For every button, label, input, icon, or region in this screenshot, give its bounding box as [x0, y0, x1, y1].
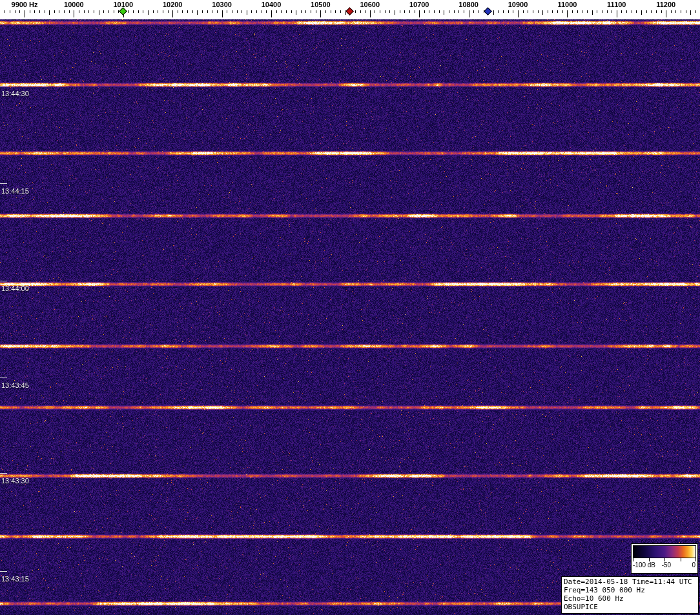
freq-tick-mark: [612, 10, 612, 13]
freq-tick-mark: [296, 10, 296, 15]
freq-tick-mark: [360, 10, 361, 13]
freq-tick-mark: [340, 10, 341, 13]
freq-tick-mark: [84, 10, 85, 13]
freq-tick-mark: [409, 10, 410, 13]
freq-tick-mark: [434, 10, 435, 13]
freq-tick-mark: [479, 10, 479, 13]
freq-tick-label: 10900: [508, 1, 528, 8]
colorbar-gradient: [633, 545, 696, 558]
freq-tick-mark: [454, 10, 455, 13]
freq-tick-mark: [592, 10, 593, 15]
freq-tick-mark: [320, 10, 321, 17]
freq-tick-mark: [133, 10, 134, 13]
freq-tick-mark: [178, 10, 178, 13]
freq-tick-mark: [464, 10, 464, 13]
freq-tick-mark: [661, 10, 662, 13]
freq-tick-label: 10800: [458, 1, 479, 8]
freq-tick-mark: [25, 10, 25, 17]
freq-tick-mark: [538, 10, 539, 13]
freq-tick-mark: [582, 10, 582, 13]
freq-tick-mark: [163, 10, 163, 13]
freq-tick-mark: [271, 10, 272, 17]
freq-tick-label: 10000: [64, 1, 84, 8]
freq-tick-mark: [39, 10, 40, 13]
freq-tick-mark: [498, 10, 499, 13]
marker-diamond-blue[interactable]: [484, 7, 492, 15]
freq-tick-mark: [10, 10, 10, 13]
info-echo-line: Echo=10 600 Hz: [564, 594, 696, 603]
freq-tick-mark: [143, 10, 143, 13]
freq-tick-mark: [262, 10, 262, 13]
freq-tick-mark: [493, 10, 494, 15]
colorbar-labels: -100 dB -50 0: [633, 561, 696, 570]
freq-tick-mark: [15, 10, 15, 13]
freq-tick-mark: [675, 10, 676, 13]
freq-tick-mark: [148, 10, 149, 15]
freq-tick-mark: [59, 10, 59, 13]
freq-tick-mark: [108, 10, 109, 13]
freq-tick-mark: [276, 10, 277, 13]
freq-tick-mark: [621, 10, 622, 13]
freq-tick-mark: [626, 10, 627, 13]
freq-tick-label: 10700: [409, 1, 429, 8]
freq-tick-mark: [365, 10, 365, 13]
freq-tick-mark: [424, 10, 425, 13]
freq-tick-mark: [439, 10, 440, 13]
freq-tick-mark: [380, 10, 380, 13]
freq-tick-label: 11100: [607, 1, 626, 8]
freq-tick-mark: [247, 10, 247, 15]
freq-tick-mark: [469, 10, 469, 17]
freq-tick-mark: [415, 10, 415, 13]
freq-tick-mark: [686, 10, 686, 13]
freq-tick-mark: [232, 10, 232, 13]
freq-tick-mark: [666, 10, 666, 17]
freq-tick-mark: [602, 10, 602, 13]
freq-tick-mark: [202, 10, 203, 13]
freq-tick-mark: [99, 10, 99, 15]
freq-tick-mark: [395, 10, 395, 15]
freq-tick-mark: [311, 10, 311, 13]
freq-tick-mark: [331, 10, 331, 13]
freq-tick-mark: [646, 10, 647, 13]
frequency-axis: 9900 Hz100001010010200103001040010500106…: [0, 0, 700, 19]
colorbar-mid-label: -50: [662, 561, 671, 569]
freq-tick-mark: [172, 10, 173, 17]
freq-tick-mark: [69, 10, 70, 13]
spectrogram-waterfall[interactable]: [0, 19, 700, 615]
freq-tick-mark: [207, 10, 208, 13]
freq-tick-mark: [641, 10, 642, 15]
freq-tick-mark: [542, 10, 543, 15]
marker-diamond-green[interactable]: [119, 7, 127, 15]
freq-tick-mark: [301, 10, 302, 13]
freq-tick-mark: [256, 10, 257, 13]
freq-tick-mark: [34, 10, 35, 13]
freq-tick-mark: [557, 10, 558, 13]
freq-tick-mark: [681, 10, 681, 13]
freq-tick-mark: [449, 10, 449, 13]
info-freq-line: Freq=143 050 000 Hz: [564, 586, 696, 594]
freq-tick-label: 9900 Hz: [12, 1, 38, 8]
freq-tick-mark: [355, 10, 356, 13]
freq-tick-label: 10500: [311, 1, 331, 8]
freq-tick-mark: [370, 10, 371, 17]
marker-diamond-red[interactable]: [345, 7, 354, 15]
freq-tick-mark: [212, 10, 212, 13]
freq-tick-mark: [572, 10, 573, 13]
freq-tick-mark: [419, 10, 420, 17]
freq-tick-mark: [305, 10, 306, 13]
freq-tick-mark: [286, 10, 287, 13]
freq-tick-label: 10300: [212, 1, 232, 8]
freq-tick-mark: [632, 10, 632, 13]
freq-tick-mark: [562, 10, 563, 13]
freq-tick-mark: [636, 10, 637, 13]
freq-tick-mark: [587, 10, 588, 13]
freq-tick-mark: [607, 10, 608, 13]
freq-tick-mark: [281, 10, 282, 13]
freq-tick-mark: [404, 10, 405, 13]
freq-tick-mark: [158, 10, 158, 13]
info-station-line: OBSUPICE: [564, 603, 696, 611]
freq-tick-mark: [138, 10, 139, 13]
freq-tick-mark: [508, 10, 509, 13]
colorbar-legend: -100 dB -50 0: [631, 543, 698, 574]
freq-tick-label: 11200: [656, 1, 675, 8]
